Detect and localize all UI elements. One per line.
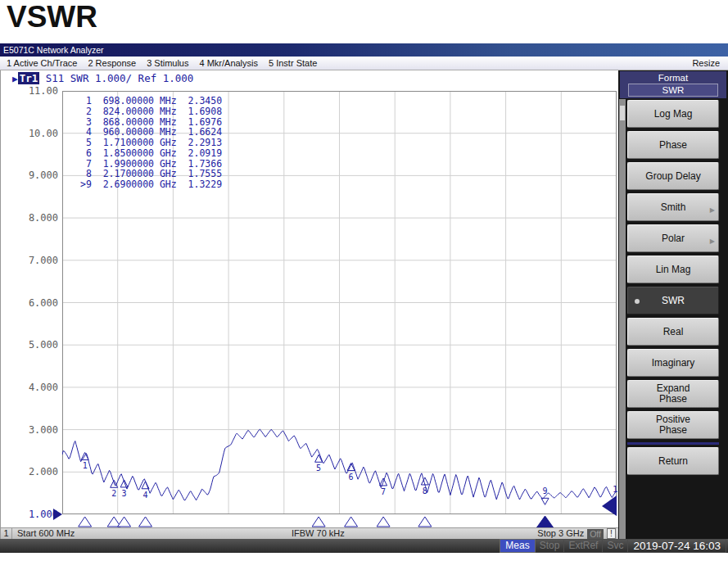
axis-marker-4[interactable] [139,517,152,527]
trace-header: ▶Tr1 S11 SWR 1.000/ Ref 1.000 [12,72,193,84]
softkey-menu-value: SWR [628,84,718,97]
marker-readout-table: 1 698.00000 MHz 2.3450 2 824.00000 MHz 1… [80,96,222,190]
trace-header-text: S11 SWR 1.000/ Ref 1.000 [39,72,193,84]
axis-marker-6[interactable] [345,517,358,527]
instrument-taskbar: Meas Stop ExtRef Svc 2019-07-24 16:03 [0,539,728,553]
softkey-swr[interactable]: SWR [627,287,719,314]
menu-item-resize[interactable]: Resize [692,57,720,70]
page: VSWR E5071C Network Analyzer 1 Active Ch… [0,0,728,561]
submenu-arrow-icon: ▶ [710,205,715,215]
reference-level-arrow-icon[interactable] [53,509,62,520]
softkey-menu-title: Format [620,73,726,83]
menu-spacer [328,57,692,70]
axis-marker-1[interactable] [79,517,92,527]
softkey-smith[interactable]: Smith▶ [627,193,719,221]
y-tick-8.000: 8.000 [19,212,58,224]
stop-status-badge: Stop [536,539,565,553]
marker-table-row-1: 1 698.00000 MHz 2.3450 [80,96,222,106]
axis-marker-8[interactable] [418,517,432,527]
softkey-polar[interactable]: Polar▶ [627,224,719,252]
trace-marker-label-9: 9 [543,486,548,495]
softkey-return[interactable]: Return [627,447,719,475]
extref-status-badge: ExtRef [564,539,603,553]
softkey-log-mag[interactable]: Log Mag [627,100,719,128]
trace-marker-label-2: 2 [111,489,116,498]
menu-item-5[interactable]: 5 Instr State [269,57,317,70]
y-tick-11.00: 11.00 [19,85,58,97]
trace-marker-label-7: 7 [381,487,386,496]
softkey-group-delay[interactable]: Group Delay [627,162,719,190]
softkey-sidebar: Format SWR Log MagPhaseGroup DelaySmith▶… [618,70,728,539]
menu-bar: 1 Active Ch/Trace2 Response3 Stimulus4 M… [0,57,728,70]
marker-table-row-5: 5 1.7100000 GHz 2.2913 [80,138,222,148]
meas-status-badge: Meas [500,539,535,553]
trace-marker-label-3: 3 [122,489,127,498]
off-badge: Off [587,529,604,539]
y-tick-4.000: 4.000 [19,382,58,393]
trace-marker-label-8: 8 [423,486,427,495]
axis-marker-7[interactable] [377,517,390,527]
trace-marker-label-5: 5 [316,464,321,473]
softkey-phase[interactable]: Phase [627,131,719,159]
window-title: E5071C Network Analyzer [3,45,104,55]
y-tick-2.000: 2.000 [19,466,58,477]
softkey-expand-phase[interactable]: Expand Phase [627,380,719,408]
status-right-group: Stop 3 GHz Off ! [537,528,618,539]
softkey-scrollbar-handle[interactable] [620,106,625,120]
trace-number-label: 1 [613,484,618,495]
ifbw-label[interactable]: IFBW 70 kHz [292,528,345,539]
y-tick-1.000: 1.000 [19,509,58,520]
softkey-menu-header: Format SWR [620,71,726,98]
menu-item-3[interactable]: 3 Stimulus [147,57,188,70]
main-area: ▶Tr1 S11 SWR 1.000/ Ref 1.000 11.0010.00… [0,70,728,539]
softkey-buttons: Log MagPhaseGroup DelaySmith▶Polar▶Lin M… [627,100,719,475]
y-tick-9.000: 9.000 [19,170,58,181]
trace-marker-label-4: 4 [143,491,148,500]
active-softkey-bullet-icon [635,299,640,304]
softkey-divider [627,442,719,445]
stop-edge-indicator-icon [602,495,617,516]
axis-marker-active-9[interactable] [537,516,554,527]
window-titlebar: E5071C Network Analyzer [0,43,728,57]
softkey-lin-mag[interactable]: Lin Mag [627,256,719,283]
marker-table-row-6: 6 1.8500000 GHz 2.0919 [80,148,222,159]
softkey-real[interactable]: Real [627,318,719,346]
marker-table-row-2: 2 824.00000 MHz 1.6908 [80,106,222,117]
trace-marker-label-6: 6 [349,473,354,482]
y-tick-6.000: 6.000 [19,297,58,309]
softkey-imaginary[interactable]: Imaginary [627,349,719,377]
menu-item-4[interactable]: 4 Mkr/Analysis [199,57,258,70]
screen-status-bar: 1 Start 600 MHz IFBW 70 kHz Stop 3 GHz O… [1,527,618,539]
axis-marker-5[interactable] [312,517,325,527]
stop-frequency-label[interactable]: Stop 3 GHz [537,528,584,539]
page-title: VSWR [7,0,97,34]
y-tick-10.00: 10.00 [19,128,58,139]
analyzer-window: E5071C Network Analyzer 1 Active Ch/Trac… [0,43,728,553]
menu-item-2[interactable]: 2 Response [88,57,136,70]
active-trace-arrow-icon: ▶ [12,74,18,84]
instrument-screen: ▶Tr1 S11 SWR 1.000/ Ref 1.000 11.0010.00… [0,70,618,539]
y-tick-3.000: 3.000 [19,424,58,436]
softkey-scrollbar[interactable] [619,99,626,539]
axis-marker-3[interactable] [118,517,131,527]
trace-marker-label-1: 1 [83,461,88,470]
channel-number: 1 [1,528,12,539]
svc-status-badge: Svc [603,539,628,553]
datetime-display: 2019-07-24 16:03 [628,539,726,553]
menu-item-1[interactable]: 1 Active Ch/Trace [7,57,77,70]
softkey-positive-phase[interactable]: Positive Phase [627,411,719,439]
alert-icon[interactable]: ! [607,528,616,539]
submenu-arrow-icon: ▶ [710,236,715,247]
marker-table-row-9: >9 2.6900000 GHz 1.3229 [80,179,222,190]
y-tick-5.000: 5.000 [19,339,58,351]
y-tick-7.000: 7.000 [19,255,58,266]
start-frequency-label[interactable]: Start 600 MHz [12,528,75,539]
trace-badge[interactable]: Tr1 [18,72,40,84]
